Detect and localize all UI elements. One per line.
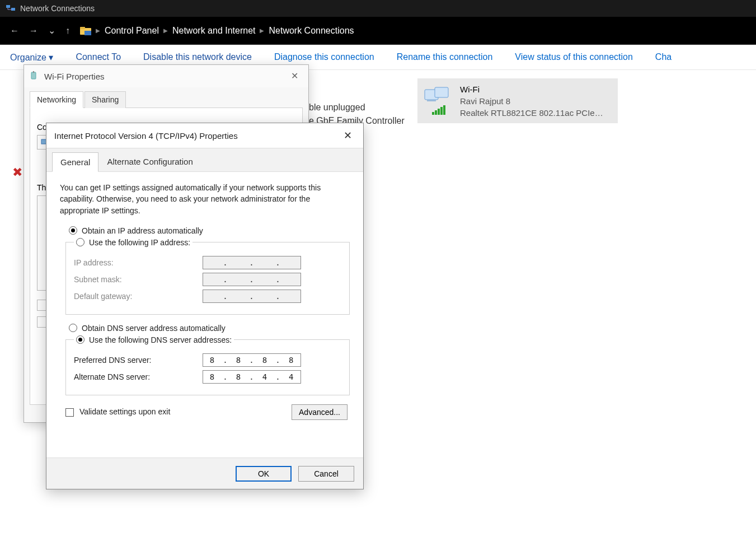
input-alternate-dns[interactable]: 8. 8. 4. 4 bbox=[203, 370, 301, 384]
close-icon[interactable]: ✕ bbox=[287, 69, 303, 82]
svg-rect-7 bbox=[427, 100, 436, 101]
cmd-connect-to[interactable]: Connect To bbox=[76, 52, 121, 62]
radio-use-following-ip-label: Use the following IP address: bbox=[89, 238, 190, 247]
label-ip-address: IP address: bbox=[74, 258, 203, 267]
label-alternate-dns: Alternate DNS server: bbox=[74, 372, 203, 381]
radio-use-following-dns-label: Use the following DNS server addresses: bbox=[89, 335, 232, 344]
validate-settings-row[interactable]: Validate settings upon exit bbox=[65, 407, 170, 417]
svg-rect-11 bbox=[440, 107, 443, 115]
input-subnet-mask: ... bbox=[203, 273, 301, 286]
dialog-title: Internet Protocol Version 4 (TCP/IPv4) P… bbox=[54, 131, 238, 141]
location-icon bbox=[80, 26, 92, 36]
svg-rect-13 bbox=[31, 72, 36, 79]
nav-history-dropdown-icon[interactable]: ⌄ bbox=[48, 25, 55, 36]
checkbox-validate-settings-label: Validate settings upon exit bbox=[79, 407, 170, 416]
breadcrumb-item[interactable]: Network and Internet bbox=[172, 26, 256, 36]
connection-name: Wi-Fi bbox=[460, 83, 612, 95]
cmd-disable-device[interactable]: Disable this network device bbox=[143, 52, 252, 62]
dialog-title: Wi-Fi Properties bbox=[44, 72, 105, 81]
breadcrumb-item[interactable]: Network Connections bbox=[269, 26, 354, 36]
ok-button[interactable]: OK bbox=[236, 466, 292, 482]
radio-use-following-dns[interactable] bbox=[76, 335, 84, 344]
svg-rect-4 bbox=[84, 31, 91, 35]
window-titlebar: Network Connections bbox=[0, 0, 756, 17]
label-subnet-mask: Subnet mask: bbox=[74, 275, 203, 284]
radio-obtain-dns-auto-label: Obtain DNS server address automatically bbox=[82, 324, 226, 333]
label-preferred-dns: Preferred DNS server: bbox=[74, 356, 203, 365]
obscured-status-text: ble unplugged bbox=[309, 102, 365, 113]
radio-obtain-ip-auto[interactable] bbox=[69, 226, 77, 235]
svg-rect-12 bbox=[443, 105, 445, 115]
label-default-gateway: Default gateway: bbox=[74, 292, 203, 301]
input-ip-address: ... bbox=[203, 256, 301, 269]
nav-forward-icon[interactable]: → bbox=[29, 26, 38, 36]
tab-alternate-configuration[interactable]: Alternate Configuration bbox=[98, 152, 201, 171]
svg-rect-0 bbox=[6, 5, 10, 8]
tab-general[interactable]: General bbox=[52, 152, 98, 172]
wifi-signal-icon bbox=[431, 105, 446, 115]
radio-use-following-ip[interactable] bbox=[76, 238, 84, 246]
cmd-rename[interactable]: Rename this connection bbox=[397, 52, 493, 62]
svg-rect-6 bbox=[435, 87, 448, 97]
radio-obtain-ip-auto-label: Obtain an IP address automatically bbox=[82, 226, 203, 235]
breadcrumb-sep-icon: ▶ bbox=[96, 27, 100, 34]
checkbox-validate-settings[interactable] bbox=[65, 408, 74, 417]
network-connections-icon bbox=[6, 3, 16, 13]
ipv4-properties-dialog: Internet Protocol Version 4 (TCP/IPv4) P… bbox=[46, 123, 364, 489]
cmd-organize[interactable]: Organize ▾ bbox=[10, 52, 53, 63]
radio-obtain-dns-auto[interactable] bbox=[69, 324, 77, 332]
obscured-red-x-icon: ✖ bbox=[12, 165, 22, 180]
adapter-icon bbox=[30, 71, 40, 81]
close-icon[interactable]: ✕ bbox=[340, 128, 355, 143]
tab-networking[interactable]: Networking bbox=[30, 91, 83, 108]
svg-rect-9 bbox=[435, 110, 437, 115]
breadcrumb-sep-icon: ▶ bbox=[260, 27, 264, 34]
connection-adapter: Realtek RTL8821CE 802.11ac PCIe… bbox=[460, 107, 612, 119]
svg-rect-10 bbox=[438, 109, 440, 115]
description-text: You can get IP settings assigned automat… bbox=[60, 182, 350, 216]
cmd-view-status[interactable]: View status of this connection bbox=[515, 52, 633, 62]
network-connection-tile[interactable]: Wi-Fi Ravi Rajput 8 Realtek RTL8821CE 80… bbox=[417, 78, 618, 123]
svg-rect-8 bbox=[432, 112, 434, 115]
svg-rect-14 bbox=[33, 71, 34, 73]
tab-sharing[interactable]: Sharing bbox=[84, 91, 126, 108]
breadcrumb: ▶ Control Panel ▶ Network and Internet ▶… bbox=[96, 26, 354, 36]
input-preferred-dns[interactable]: 8. 8. 8. 8 bbox=[203, 353, 301, 367]
nav-back-icon[interactable]: ← bbox=[10, 26, 19, 36]
input-default-gateway: ... bbox=[203, 290, 301, 303]
cmd-diagnose[interactable]: Diagnose this connection bbox=[274, 52, 374, 62]
cancel-button[interactable]: Cancel bbox=[298, 466, 354, 482]
advanced-button[interactable]: Advanced... bbox=[292, 404, 348, 420]
breadcrumb-sep-icon: ▶ bbox=[163, 27, 168, 34]
cmd-change-settings-partial[interactable]: Cha bbox=[655, 52, 672, 62]
explorer-navbar: ← → ⌄ ↑ ▶ Control Panel ▶ Network and In… bbox=[0, 17, 756, 45]
connection-ssid: Ravi Rajput 8 bbox=[460, 95, 612, 107]
breadcrumb-item[interactable]: Control Panel bbox=[105, 26, 159, 36]
svg-rect-3 bbox=[80, 27, 85, 29]
nav-up-icon[interactable]: ↑ bbox=[65, 26, 70, 36]
window-title: Network Connections bbox=[20, 4, 95, 13]
